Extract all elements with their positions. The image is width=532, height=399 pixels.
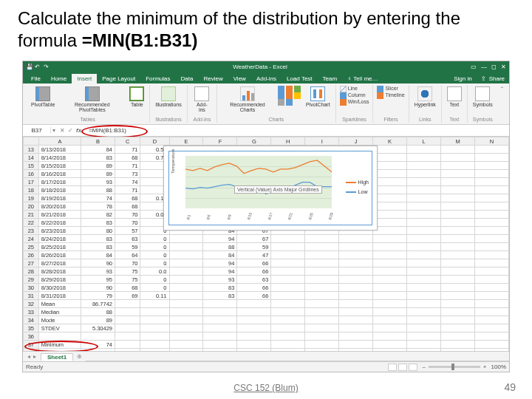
cell[interactable]: 71 [115, 162, 140, 170]
cell[interactable] [339, 316, 373, 324]
cell[interactable] [373, 219, 407, 227]
cell[interactable] [474, 316, 508, 324]
cell[interactable] [38, 349, 81, 352]
cell[interactable]: 8/30/2018 [38, 284, 81, 292]
cell[interactable] [407, 146, 441, 154]
cell[interactable] [474, 267, 508, 276]
cell[interactable]: 66 [237, 259, 271, 267]
cell[interactable] [441, 300, 475, 308]
addins-button[interactable]: Add- ins [191, 86, 213, 114]
cell[interactable] [373, 292, 407, 300]
cell[interactable] [373, 324, 407, 332]
sparkline-line-button[interactable]: Line [340, 86, 369, 92]
cell[interactable] [305, 251, 339, 259]
cell[interactable]: 71 [115, 186, 140, 194]
cell[interactable] [441, 235, 475, 243]
cell[interactable] [271, 276, 305, 284]
zoom-out-button[interactable]: – [422, 364, 425, 370]
cell[interactable] [441, 211, 475, 219]
cell[interactable] [441, 292, 475, 300]
cell[interactable] [237, 332, 271, 341]
cell[interactable] [441, 284, 475, 292]
cell[interactable]: 94 [203, 235, 237, 243]
cell[interactable] [305, 243, 339, 251]
cell[interactable] [305, 284, 339, 292]
cell[interactable] [474, 341, 508, 349]
cell[interactable] [169, 316, 203, 324]
symbols-button[interactable]: Symbols [471, 86, 494, 108]
table-row[interactable]: 36 [24, 332, 509, 341]
row-header[interactable]: 38 [24, 349, 39, 352]
cell[interactable] [441, 332, 475, 341]
cell[interactable] [441, 194, 475, 202]
table-row[interactable]: 35STDEV5.30429 [24, 324, 509, 332]
cell[interactable]: 66 [237, 284, 271, 292]
cell[interactable] [373, 316, 407, 324]
cell[interactable] [373, 341, 407, 349]
cell[interactable] [339, 332, 373, 341]
cell[interactable]: 95 [81, 276, 115, 284]
cell[interactable] [441, 154, 475, 162]
cell[interactable] [441, 162, 475, 170]
cell[interactable] [203, 324, 237, 332]
cell[interactable] [441, 202, 475, 211]
view-pagelayout-button[interactable] [398, 364, 407, 371]
cell[interactable]: 86.7742 [81, 300, 115, 308]
cell[interactable]: 0 [140, 243, 169, 251]
sheet-tab-active[interactable]: Sheet1 [41, 353, 73, 361]
cell[interactable] [407, 308, 441, 316]
cell[interactable] [441, 349, 475, 352]
cell[interactable]: 70 [115, 259, 140, 267]
cell[interactable] [237, 349, 271, 352]
cell[interactable] [81, 349, 115, 352]
row-header[interactable]: 18 [24, 186, 39, 194]
cell[interactable] [407, 235, 441, 243]
pivotchart-button[interactable]: PivotChart [304, 86, 332, 108]
cell[interactable] [203, 341, 237, 349]
cell[interactable]: 90 [81, 259, 115, 267]
table-row[interactable]: 308/30/2018906808366 [24, 284, 509, 292]
cell[interactable]: 75 [115, 267, 140, 276]
pivottable-button[interactable]: PivotTable [30, 86, 56, 108]
cell[interactable]: 8/20/2018 [38, 202, 81, 211]
cell[interactable]: 8/18/2018 [38, 186, 81, 194]
row-header[interactable]: 24 [24, 235, 39, 243]
cell[interactable]: 8/16/2018 [38, 170, 81, 178]
table-row[interactable]: 318/31/201879690.118366 [24, 292, 509, 300]
cell[interactable] [474, 146, 508, 154]
hyperlink-button[interactable]: Hyperlink [413, 86, 437, 108]
cell[interactable]: 93 [203, 276, 237, 284]
cell[interactable]: 0 [140, 235, 169, 243]
add-sheet-button[interactable]: ⊕ [73, 353, 86, 360]
text-button[interactable]: Text [446, 86, 463, 108]
cell[interactable] [271, 341, 305, 349]
cell[interactable] [169, 308, 203, 316]
fx-icon[interactable]: fx [76, 127, 81, 134]
cell[interactable] [305, 235, 339, 243]
cell[interactable]: 69 [115, 292, 140, 300]
col-header[interactable]: B [81, 137, 115, 146]
cell[interactable] [373, 308, 407, 316]
cell[interactable] [407, 341, 441, 349]
row-header[interactable]: 30 [24, 284, 39, 292]
cell[interactable] [407, 251, 441, 259]
cell[interactable]: 8/21/2018 [38, 211, 81, 219]
cell[interactable] [407, 332, 441, 341]
cell[interactable] [373, 251, 407, 259]
cell[interactable]: 63 [115, 235, 140, 243]
chart-types-grid[interactable] [278, 86, 301, 106]
minimize-icon[interactable]: — [481, 64, 487, 70]
cell[interactable] [373, 267, 407, 276]
cell[interactable] [271, 251, 305, 259]
cell[interactable] [474, 154, 508, 162]
recommended-charts-button[interactable]: Recommended Charts [221, 86, 274, 114]
cell[interactable] [407, 219, 441, 227]
tab-file[interactable]: File [26, 74, 46, 83]
cell[interactable]: 8/15/2018 [38, 162, 81, 170]
cell[interactable] [373, 235, 407, 243]
cell[interactable] [407, 186, 441, 194]
cell[interactable] [474, 211, 508, 219]
cell[interactable] [474, 300, 508, 308]
cell[interactable] [441, 251, 475, 259]
cell[interactable] [441, 170, 475, 178]
